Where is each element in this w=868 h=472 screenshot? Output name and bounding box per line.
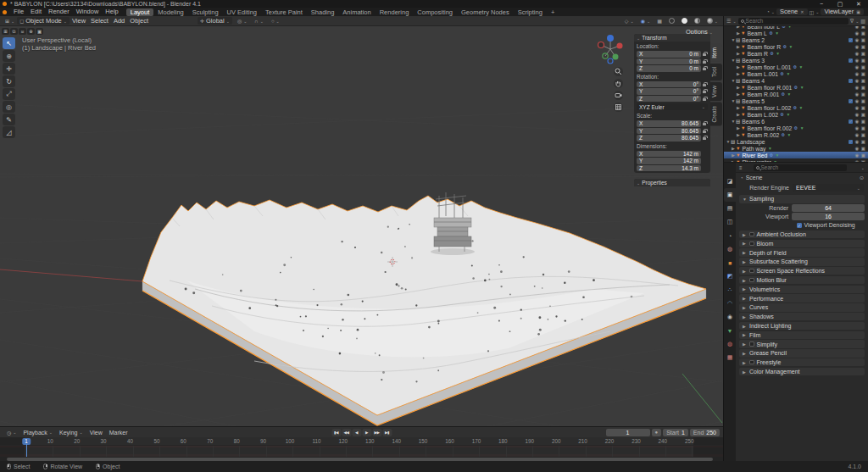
timeline-scrollbar-thumb[interactable] <box>7 458 713 461</box>
viewport-3d[interactable]: ⊞⧉⧈⊕▣ User Perspective (Local) (1) Lands… <box>0 26 723 426</box>
outliner-row-beam-l[interactable]: ▶▼Beam L⚙▼◉▣ <box>724 30 868 36</box>
workspace-tab-geometry-nodes[interactable]: Geometry Nodes <box>457 8 514 16</box>
next-keyframe-button[interactable]: ▶▶ <box>372 429 381 436</box>
outliner-search-input[interactable]: Search <box>738 18 849 25</box>
lock-icon[interactable] <box>703 84 706 86</box>
play-reverse-button[interactable]: ◀ <box>352 429 361 436</box>
collection-checkbox[interactable]: ✓ <box>849 58 853 63</box>
disable-render-icon[interactable]: ▣ <box>861 125 865 130</box>
disable-render-icon[interactable]: ▣ <box>861 31 865 36</box>
outliner-row-beams-3[interactable]: ▼▤Beams 3✓◉▣ <box>724 57 868 64</box>
tool-select-box[interactable]: ↖ <box>3 37 15 49</box>
workspace-tab-layout[interactable]: Layout <box>126 8 154 16</box>
tab-view-layer[interactable]: ◫ <box>724 215 736 229</box>
viewport-header-overflow-icon-3[interactable]: ⧈ <box>19 28 26 35</box>
disable-render-icon[interactable]: ▣ <box>861 26 865 29</box>
disable-render-icon[interactable]: ▣ <box>861 139 865 144</box>
section-shadows[interactable]: ▶Shadows <box>739 313 865 321</box>
timeline-ruler[interactable]: 1 10203040506070809010011012013014015016… <box>0 437 723 445</box>
viewport-menu-select[interactable]: Select <box>88 17 111 25</box>
tab-scene[interactable]: ◔ <box>724 229 736 242</box>
viewport-menu-add[interactable]: Add <box>111 17 127 25</box>
properties-options-carat[interactable]: ⌄ <box>861 165 865 170</box>
scene-clear-icon[interactable]: ✕ <box>800 8 804 15</box>
sidebar-tab-item[interactable]: Item <box>710 44 722 62</box>
lock-icon[interactable] <box>703 123 706 125</box>
hide-eye-icon[interactable]: ◉ <box>854 125 859 130</box>
axis-z-field[interactable]: Z80.645 <box>637 135 701 142</box>
disable-render-icon[interactable]: ▣ <box>861 71 865 76</box>
hide-eye-icon[interactable]: ◉ <box>854 153 859 158</box>
section-volumetrics[interactable]: ▶Volumetrics <box>739 286 865 294</box>
section-screen-space-reflections[interactable]: ▶Screen Space Reflections <box>739 267 865 275</box>
outliner-row-beams-2[interactable]: ▼▤Beams 2✓◉▣ <box>724 36 868 43</box>
snap-dropdown[interactable]: ∩⌄ <box>252 19 266 24</box>
section-color-management[interactable]: ▶Color Management <box>739 368 865 376</box>
outliner-row-river-bed[interactable]: ▶▼River Bed⚙▼◉▣ <box>724 152 868 158</box>
outliner-editor-type-icon[interactable]: ☰ <box>726 18 731 24</box>
hide-eye-icon[interactable]: ◉ <box>854 31 859 36</box>
tab-texture[interactable]: ▦ <box>724 351 736 364</box>
gizmo-z-neg[interactable] <box>608 58 613 64</box>
disable-render-icon[interactable]: ▣ <box>861 85 865 90</box>
viewport-menu-view[interactable]: View <box>70 17 88 25</box>
tool-move[interactable]: ✛ <box>3 63 15 75</box>
lock-icon[interactable] <box>703 137 706 140</box>
workspace-tab-+[interactable]: + <box>547 8 559 16</box>
outliner-row-beam-floor-l-001[interactable]: ▶▼Beam floor L.001⚙▼◉▣ <box>724 64 868 70</box>
zoom-tool-icon[interactable] <box>614 67 623 76</box>
timeline-menu-keying[interactable]: Keying⌄ <box>56 430 86 436</box>
editor-type-button[interactable]: ⊞⌄ <box>3 18 17 24</box>
camera-view-icon[interactable] <box>614 91 623 100</box>
blender-menu-icon[interactable] <box>3 10 7 14</box>
menu-edit[interactable]: Edit <box>27 8 45 16</box>
outliner-display-icon[interactable]: ▥ <box>860 18 865 24</box>
section-checkbox[interactable] <box>749 242 754 247</box>
collection-checkbox[interactable]: ✓ <box>849 140 853 144</box>
tab-tool[interactable]: ◪ <box>724 175 736 188</box>
disable-render-icon[interactable]: ▣ <box>861 119 865 124</box>
lock-icon[interactable] <box>703 53 706 56</box>
lock-icon[interactable] <box>703 91 706 93</box>
pan-hand-icon[interactable] <box>614 79 623 88</box>
disable-render-icon[interactable]: ▣ <box>861 92 865 97</box>
shading-rendered-button[interactable]: ⌄ <box>704 18 721 24</box>
tool-cursor[interactable]: ⊕ <box>3 50 15 62</box>
hide-eye-icon[interactable]: ◉ <box>854 51 859 56</box>
tab-constraints[interactable]: ◉ <box>724 310 736 324</box>
workspace-tab-texture-paint[interactable]: Texture Paint <box>261 8 307 16</box>
workspace-tab-rendering[interactable]: Rendering <box>376 8 414 16</box>
auto-key-button[interactable]: ● <box>652 429 662 436</box>
prev-keyframe-button[interactable]: ◀◀ <box>342 429 351 436</box>
outliner-row-path-way[interactable]: ▶▼Path way▼◉▣ <box>724 145 868 152</box>
navigation-gizmo[interactable] <box>595 32 626 64</box>
axis-y-field[interactable]: Y0 m <box>637 58 701 65</box>
workspace-tab-uv-editing[interactable]: UV Editing <box>223 8 261 16</box>
gizmo-y-axis[interactable] <box>613 54 619 60</box>
collection-checkbox[interactable]: ✓ <box>849 99 853 103</box>
disable-render-icon[interactable]: ▣ <box>861 58 865 63</box>
play-button[interactable]: ▶ <box>362 429 371 436</box>
sidebar-tab-tool[interactable]: Tool <box>710 64 722 81</box>
tool-measure[interactable]: ◿ <box>3 126 15 138</box>
shading-wireframe-button[interactable] <box>666 18 677 24</box>
hide-eye-icon[interactable]: ◉ <box>854 85 859 90</box>
workspace-tab-modeling[interactable]: Modeling <box>153 8 187 16</box>
disable-render-icon[interactable]: ▣ <box>861 112 865 117</box>
workspace-tab-shading[interactable]: Shading <box>307 8 339 16</box>
render-engine-dropdown[interactable]: EEVEE ⌄ <box>793 184 864 192</box>
maximize-button[interactable]: ▢ <box>831 0 849 8</box>
outliner-row-beams-6[interactable]: ▼▤Beams 6✓◉▣ <box>724 118 868 125</box>
disable-render-icon[interactable]: ▣ <box>861 64 865 69</box>
sidebar-tab-view[interactable]: View <box>710 82 722 101</box>
tab-render[interactable]: ▣ <box>724 188 736 202</box>
axis-y-field[interactable]: Y142 m <box>637 158 701 164</box>
properties-search-input[interactable]: Search <box>754 164 847 171</box>
section-bloom[interactable]: ▶Bloom <box>739 240 865 248</box>
menu-render[interactable]: Render <box>45 8 73 16</box>
hide-eye-icon[interactable]: ◉ <box>854 105 859 110</box>
lock-icon[interactable] <box>703 130 706 133</box>
section-subsurface-scattering[interactable]: ▶Subsurface Scattering <box>739 258 865 266</box>
hide-eye-icon[interactable]: ◉ <box>854 112 859 117</box>
outliner-row-beam-floor-r[interactable]: ▶▼Beam floor R⚙▼◉▣ <box>724 43 868 50</box>
